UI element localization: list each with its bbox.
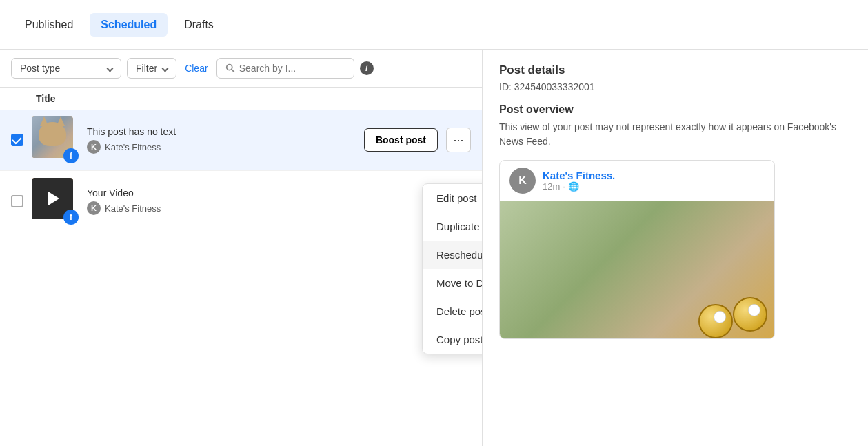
ellipsis-icon: ··· <box>453 133 463 148</box>
preview-meta-group: Kate's Fitness. 12m · 🌐 <box>543 170 615 192</box>
post-2-page-name: Kate's Fitness <box>105 203 161 214</box>
tab-drafts[interactable]: Drafts <box>173 13 225 37</box>
post-1-info: This post has no text K Kate's Fitness <box>87 126 356 154</box>
preview-page-name: Kate's Fitness. <box>543 170 615 181</box>
search-icon <box>225 63 235 74</box>
context-reschedule-post[interactable]: Reschedule post <box>423 241 482 269</box>
more-options-button[interactable]: ··· Edit post Duplicate post Reschedule … <box>446 128 471 152</box>
post-list: f This post has no text K Kate's Fitness… <box>0 110 482 446</box>
post-1-checkbox[interactable] <box>11 134 23 146</box>
post-2-page-avatar: K <box>87 201 101 215</box>
post-type-chevron-icon <box>107 65 114 72</box>
post-2-checkbox[interactable] <box>11 195 23 207</box>
svg-point-0 <box>226 65 232 70</box>
post-overview-title: Post overview <box>499 103 851 116</box>
table-header: Title <box>0 88 482 110</box>
post-type-dropdown[interactable]: Post type <box>11 58 121 79</box>
filter-dropdown[interactable]: Filter <box>127 58 176 79</box>
context-duplicate-post[interactable]: Duplicate post <box>423 212 482 241</box>
globe-icon: 🌐 <box>568 181 579 192</box>
search-box <box>216 58 354 79</box>
boost-post-button[interactable]: Boost post <box>364 128 438 152</box>
preview-header: K Kate's Fitness. 12m · 🌐 <box>500 161 774 201</box>
post-2-info: Your Video K Kate's Fitness <box>87 187 471 215</box>
post-type-label: Post type <box>20 63 60 74</box>
table-row[interactable]: f Your Video K Kate's Fitness <box>0 171 482 232</box>
post-1-page-avatar: K <box>87 140 101 154</box>
post-2-page: K Kate's Fitness <box>87 201 471 215</box>
candy-2 <box>733 297 767 332</box>
post-2-title: Your Video <box>87 187 471 199</box>
right-panel: Post details ID: 324540033332001 Post ov… <box>483 50 868 446</box>
cat-face <box>39 122 66 146</box>
clear-button[interactable]: Clear <box>182 59 210 78</box>
app-container: Published Scheduled Drafts Post type Fil… <box>0 0 868 446</box>
preview-avatar: K <box>509 168 536 194</box>
post-id: ID: 324540033332001 <box>499 81 851 92</box>
post-overview-desc: This view of your post may not represent… <box>499 120 851 149</box>
preview-card: K Kate's Fitness. 12m · 🌐 <box>499 160 775 339</box>
post-2-platform-badge: f <box>63 210 79 225</box>
main-area: Post type Filter Clear i <box>0 50 868 446</box>
svg-line-1 <box>232 70 234 72</box>
tab-published[interactable]: Published <box>14 13 84 37</box>
info-icon[interactable]: i <box>360 61 374 75</box>
filter-chevron-icon <box>162 65 169 72</box>
preview-time: 12m <box>543 181 560 192</box>
left-panel: Post type Filter Clear i <box>0 50 483 446</box>
context-menu: Edit post Duplicate post Reschedule post… <box>422 183 482 354</box>
table-row[interactable]: f This post has no text K Kate's Fitness… <box>0 110 482 171</box>
candy-label-2 <box>748 304 760 316</box>
post-details-title: Post details <box>499 63 851 77</box>
post-1-page: K Kate's Fitness <box>87 140 356 154</box>
post-1-thumbnail: f <box>32 116 79 163</box>
post-1-title: This post has no text <box>87 126 356 137</box>
post-2-thumbnail: f <box>32 178 79 225</box>
post-1-page-name: Kate's Fitness <box>105 142 161 152</box>
context-edit-post[interactable]: Edit post <box>423 184 482 212</box>
context-delete-post[interactable]: Delete post <box>423 297 482 325</box>
context-move-to-drafts[interactable]: Move to Drafts <box>423 269 482 297</box>
tab-scheduled[interactable]: Scheduled <box>90 13 168 37</box>
context-copy-post-id[interactable]: Copy post ID <box>423 325 482 354</box>
candy-label-1 <box>714 311 726 323</box>
dot-separator: · <box>563 181 565 192</box>
preview-meta: 12m · 🌐 <box>543 181 615 192</box>
tabs-bar: Published Scheduled Drafts <box>0 0 868 50</box>
post-1-platform-badge: f <box>63 148 79 163</box>
filter-label: Filter <box>136 63 157 74</box>
preview-image <box>500 201 774 338</box>
title-column-header: Title <box>36 93 56 104</box>
search-input[interactable] <box>239 63 345 74</box>
filter-bar: Post type Filter Clear i <box>0 50 482 88</box>
candy-1 <box>698 304 733 338</box>
play-icon <box>48 192 59 205</box>
